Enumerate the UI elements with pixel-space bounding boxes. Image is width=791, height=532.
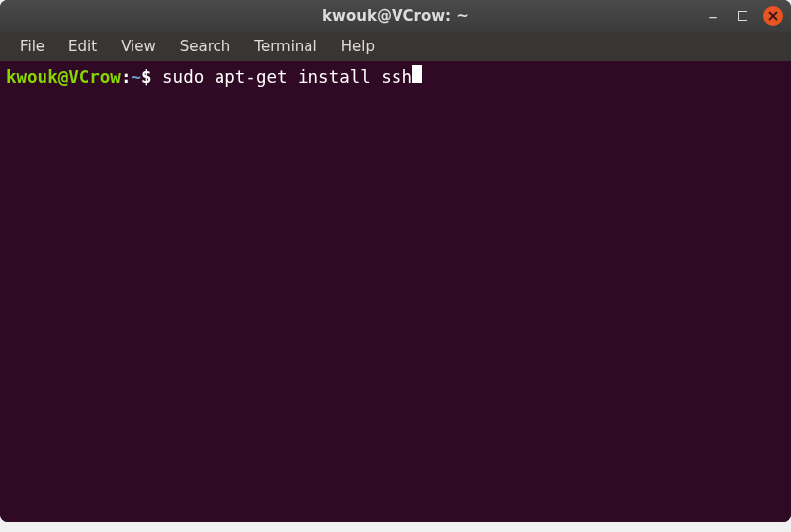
minimize-button[interactable]: – — [704, 7, 722, 25]
window-controls: – — [704, 6, 783, 26]
cursor — [412, 65, 422, 83]
close-button[interactable] — [763, 6, 783, 26]
terminal-body[interactable]: kwouk@VCrow:~$ sudo apt-get install ssh — [0, 61, 791, 522]
prompt-path: ~ — [131, 67, 141, 89]
window-title: kwouk@VCrow: ~ — [322, 7, 469, 25]
menu-help[interactable]: Help — [331, 35, 385, 58]
maximize-icon — [738, 11, 747, 21]
menubar: File Edit View Search Terminal Help — [0, 32, 791, 61]
maximize-button[interactable] — [734, 7, 751, 25]
prompt-symbol: $ — [141, 67, 152, 89]
menu-edit[interactable]: Edit — [58, 35, 107, 58]
prompt-colon: : — [121, 67, 132, 89]
minimize-icon: – — [709, 7, 718, 25]
menu-file[interactable]: File — [10, 35, 54, 58]
prompt-userhost: kwouk@VCrow — [6, 67, 121, 89]
close-icon — [768, 11, 778, 21]
prompt-line: kwouk@VCrow:~$ sudo apt-get install ssh — [6, 65, 785, 89]
menu-terminal[interactable]: Terminal — [244, 35, 326, 58]
menu-search[interactable]: Search — [170, 35, 241, 58]
titlebar[interactable]: kwouk@VCrow: ~ – — [0, 0, 791, 32]
menu-view[interactable]: View — [111, 35, 166, 58]
terminal-window: kwouk@VCrow: ~ – File Edit View Search T… — [0, 0, 791, 522]
command-text: sudo apt-get install ssh — [152, 67, 412, 89]
